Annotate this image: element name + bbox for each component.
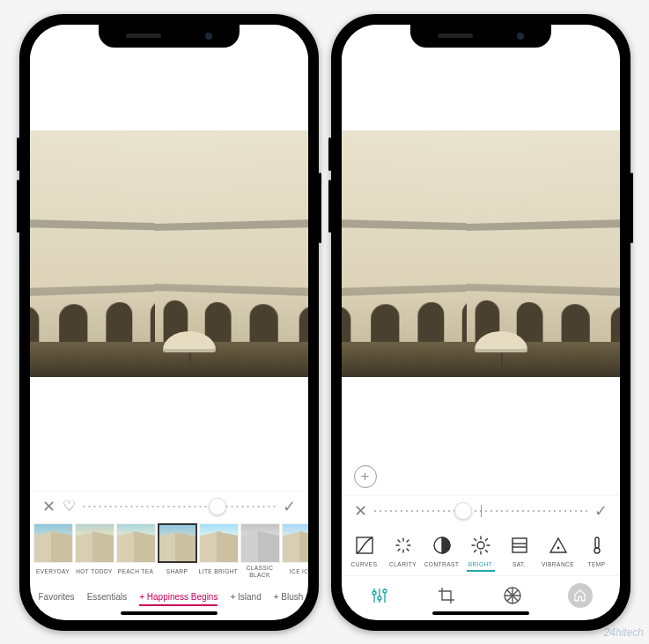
mid-space (30, 377, 308, 491)
adjust-contrast[interactable]: CONTRAST (423, 533, 461, 572)
adjust-temp[interactable]: TEMP (578, 533, 616, 572)
filter-label: SHARP (158, 566, 197, 578)
filter-lite-bright[interactable]: LITE BRIGHT (199, 523, 239, 578)
notch (410, 25, 551, 48)
cancel-button[interactable]: ✕ (42, 497, 55, 516)
filter-peach-tea[interactable]: PEACH TEA (116, 523, 156, 578)
wheel-icon (502, 585, 523, 606)
adjust-label: TEMP (578, 561, 616, 567)
hw-volume-down (17, 180, 19, 233)
intensity-slider[interactable] (83, 498, 276, 515)
svg-line-16 (485, 550, 487, 551)
home-indicator[interactable] (121, 611, 218, 615)
filter-thumb (282, 523, 308, 563)
svg-line-7 (398, 549, 400, 551)
hw-power (319, 173, 321, 243)
adjust-vibrance[interactable]: VIBRANCE (539, 533, 578, 572)
tab-sliders[interactable] (368, 584, 391, 607)
adjust-sat[interactable]: SAT. (500, 533, 539, 572)
phone-left: ✕ ♡ ✓ EVERYDAYHOT TODDYPEACH TEASHARPLIT… (19, 14, 319, 631)
svg-line-5 (398, 540, 400, 542)
adjust-slider[interactable] (374, 502, 587, 520)
adjust-label: CLARITY (384, 561, 423, 567)
svg-marker-22 (550, 538, 566, 552)
phone-right: + ✕ ✓ CURVESCLARITYCONTRASTBRIGHTSAT.VIB… (331, 14, 631, 631)
filter-strip[interactable]: EVERYDAYHOT TODDYPEACH TEASHARPLITE BRIG… (30, 523, 308, 578)
filter-label: HOT TODDY (75, 566, 114, 578)
svg-line-18 (485, 538, 487, 540)
edited-photo[interactable] (30, 130, 308, 377)
filter-ice-ice[interactable]: ICE ICE (282, 523, 308, 578)
crop-icon (436, 585, 457, 606)
favorite-button[interactable]: ♡ (63, 497, 76, 515)
home-icon (573, 588, 586, 602)
filter-sharp[interactable]: SHARP (158, 523, 197, 578)
sat-icon (500, 533, 539, 558)
collection-essentials[interactable]: Essentials (87, 592, 128, 602)
filter-label: ICE ICE (282, 566, 308, 578)
slider-thumb[interactable] (209, 498, 226, 515)
mid-space: + (342, 377, 620, 495)
hw-volume-down (328, 180, 331, 233)
svg-point-29 (372, 591, 376, 595)
hw-volume-up (17, 137, 19, 171)
filter-classic-black[interactable]: CLASSIC BLACK (240, 523, 280, 578)
home-button[interactable] (568, 583, 593, 608)
filter-thumb (199, 523, 239, 563)
tab-crop[interactable] (435, 584, 458, 607)
adjust-label: VIBRANCE (539, 561, 578, 567)
sliders-icon (369, 585, 390, 606)
filter-everyday[interactable]: EVERYDAY (33, 523, 73, 578)
adjust-clarity[interactable]: CLARITY (384, 533, 423, 572)
svg-line-17 (474, 550, 476, 551)
svg-point-23 (557, 546, 559, 549)
filter-hot-toddy[interactable]: HOT TODDY (75, 523, 114, 578)
adjust-curves[interactable]: CURVES (345, 533, 384, 572)
svg-point-10 (477, 542, 484, 549)
vibrance-icon (539, 533, 578, 558)
bright-icon (461, 533, 500, 558)
filter-thumb (158, 523, 197, 563)
adjust-label: CURVES (345, 561, 384, 567)
adjust-strip[interactable]: CURVESCLARITYCONTRASTBRIGHTSAT.VIBRANCET… (342, 528, 620, 575)
cancel-button[interactable]: ✕ (354, 501, 367, 521)
screen-left: ✕ ♡ ✓ EVERYDAYHOT TODDYPEACH TEASHARPLIT… (30, 25, 308, 620)
svg-point-25 (594, 548, 600, 553)
intensity-slider-row: ✕ ♡ ✓ (30, 491, 308, 523)
collection-blush[interactable]: + Blush (274, 592, 304, 602)
confirm-button[interactable]: ✓ (594, 501, 608, 521)
confirm-button[interactable]: ✓ (283, 497, 296, 516)
collection-favorites[interactable]: Favorites (39, 592, 75, 602)
adjust-label: BRIGHT (461, 561, 500, 567)
clarity-icon (384, 533, 423, 558)
adjust-label: CONTRAST (423, 561, 461, 567)
filter-label: CLASSIC BLACK (240, 566, 280, 578)
slider-thumb[interactable] (454, 502, 472, 520)
filter-thumb (240, 523, 280, 563)
contrast-icon (423, 533, 461, 558)
svg-line-6 (407, 549, 409, 551)
edited-photo[interactable] (342, 130, 620, 377)
svg-line-8 (407, 540, 409, 542)
screen-right: + ✕ ✓ CURVESCLARITYCONTRASTBRIGHTSAT.VIB… (342, 25, 620, 620)
watermark: 24hitech (604, 626, 644, 639)
notch (99, 25, 240, 48)
svg-rect-24 (595, 537, 599, 548)
home-indicator[interactable] (432, 611, 529, 615)
collection-happiness-begins[interactable]: + Happiness Begins (139, 592, 218, 602)
adjust-slider-row: ✕ ✓ (342, 495, 620, 528)
svg-point-30 (378, 596, 381, 600)
adjust-label: SAT. (500, 561, 539, 567)
curves-icon (345, 533, 384, 558)
tab-wheel[interactable] (501, 584, 524, 607)
filter-label: EVERYDAY (33, 566, 73, 578)
collection-island[interactable]: + Island (230, 592, 261, 602)
filter-thumb (33, 523, 73, 563)
adjust-bright[interactable]: BRIGHT (461, 533, 500, 572)
filter-label: LITE BRIGHT (199, 566, 239, 578)
svg-rect-19 (513, 538, 527, 552)
filter-thumb (116, 523, 156, 563)
add-button[interactable]: + (354, 465, 377, 488)
hw-volume-up (328, 137, 331, 171)
filter-thumb (75, 523, 114, 563)
